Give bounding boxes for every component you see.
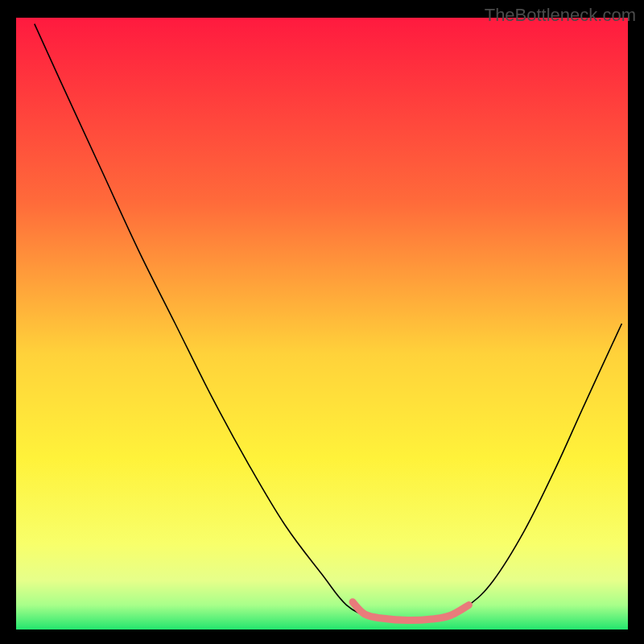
plot-area [16, 18, 628, 630]
watermark-text: TheBottleneck.com [485, 5, 636, 26]
chart-container: TheBottleneck.com [0, 0, 644, 644]
chart-background [16, 18, 628, 630]
chart-svg [16, 18, 628, 630]
